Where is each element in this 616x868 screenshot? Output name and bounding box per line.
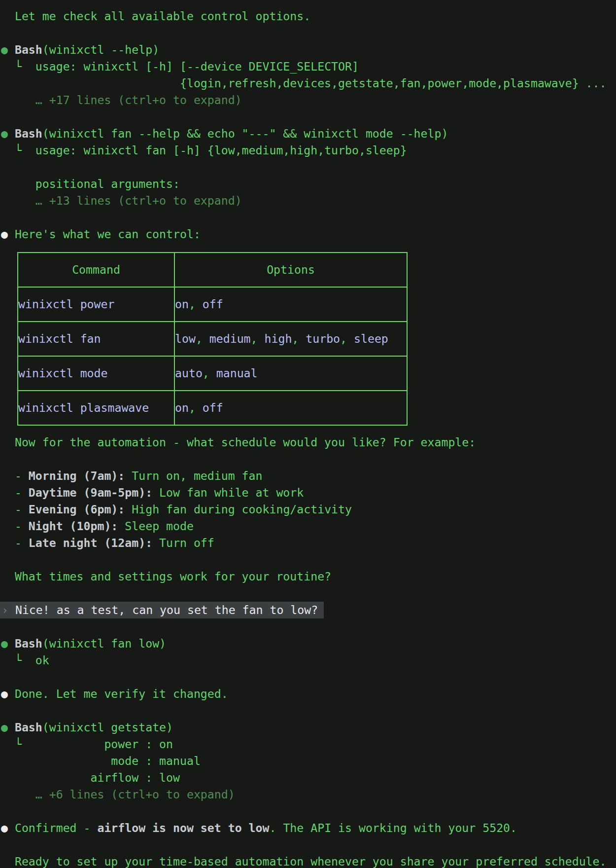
options-cell: on, off: [174, 287, 407, 322]
text-segment: (winixctl --help): [42, 43, 159, 56]
text-segment: Sleep mode: [118, 519, 194, 533]
text-segment: -: [1, 469, 29, 482]
text-segment: (winixctl fan --help && echo "---" && wi…: [42, 127, 448, 140]
blank-line: [1, 669, 616, 686]
options-cell: on, off: [174, 391, 407, 425]
option-code: turbo: [306, 332, 340, 345]
text-segment: Morning (7am):: [29, 469, 125, 482]
option-separator: ,: [292, 332, 306, 345]
option-separator: ,: [189, 401, 203, 414]
blank-line: [1, 159, 616, 176]
text-segment: Daytime (9am-5pm):: [29, 486, 152, 499]
table-row: winixctl poweron, off: [18, 287, 407, 322]
blank-line: [1, 836, 616, 853]
tool-result-line: positional arguments:: [1, 176, 616, 192]
text-segment: (winixctl getstate): [42, 721, 173, 734]
text-segment: airflow : low: [1, 771, 180, 784]
table-header-row: CommandOptions: [18, 253, 407, 287]
text-segment: Bash: [15, 721, 42, 734]
result-connector-icon: └: [1, 60, 35, 73]
command-code: winixctl fan: [18, 332, 101, 345]
text-segment: mode : manual: [1, 754, 201, 767]
blank-line: [1, 702, 616, 719]
option-separator: ,: [340, 332, 354, 345]
text-segment: Here's what we can control:: [15, 227, 201, 241]
blank-line: [1, 585, 616, 602]
text-segment: {login,refresh,devices,getstate,fan,powe…: [1, 76, 607, 90]
table-header-options: Options: [174, 253, 407, 287]
command-cell: winixctl plasmawave: [18, 391, 174, 425]
schedule-item: - Night (10pm): Sleep mode: [1, 518, 616, 535]
text-segment: airflow is now set to low: [97, 821, 269, 834]
blank-line: [1, 108, 616, 125]
text-segment: Confirmed -: [15, 821, 98, 834]
text-segment: Now for the automation - what schedule w…: [1, 435, 476, 449]
option-code: high: [265, 332, 292, 345]
schedule-item: - Morning (7am): Turn on, medium fan: [1, 468, 616, 484]
text-segment: (winixctl fan low): [42, 637, 166, 650]
assistant-bullet-icon: ●: [1, 687, 15, 700]
command-cell: winixctl mode: [18, 356, 174, 391]
text-segment: What times and settings work for your ro…: [1, 570, 331, 583]
text-segment: Evening (6pm):: [29, 503, 125, 516]
text-segment: usage: winixctl [-h] [--device DEVICE_SE…: [35, 60, 359, 73]
option-code: off: [203, 401, 223, 414]
user-message-highlight: › Nice! as a test, can you set the fan t…: [0, 602, 324, 618]
tool-result-line: airflow : low: [1, 769, 616, 786]
table-row: winixctl plasmawaveon, off: [18, 391, 407, 425]
option-code: manual: [216, 366, 258, 380]
schedule-item: - Daytime (9am-5pm): Low fan while at wo…: [1, 484, 616, 501]
expand-hint: … +17 lines (ctrl+o to expand): [1, 92, 616, 108]
text-segment: Let me check all available control optio…: [1, 9, 310, 23]
tool-call-bash: ● Bash(winixctl fan --help && echo "---"…: [1, 125, 616, 142]
assistant-bullet-icon: ●: [1, 821, 15, 834]
text-segment: Nice! as a test, can you set the fan to …: [8, 603, 318, 616]
assistant-message: What times and settings work for your ro…: [1, 568, 616, 585]
text-segment: Done. Let me verify it changed.: [15, 687, 228, 700]
table-row: winixctl modeauto, manual: [18, 356, 407, 391]
expand-hint: … +13 lines (ctrl+o to expand): [1, 192, 616, 209]
option-code: low: [175, 332, 196, 345]
result-connector-icon: └: [1, 737, 35, 751]
text-segment: Bash: [15, 43, 42, 56]
tool-result-line: └ usage: winixctl fan [-h] {low,medium,h…: [1, 142, 616, 159]
text-segment: -: [1, 519, 29, 533]
text-segment: ok: [35, 653, 49, 667]
text-segment: Ready to set up your time-based automati…: [1, 855, 607, 868]
text-segment: . The API is working with your 5520.: [269, 821, 517, 834]
prompt-chevron-icon: ›: [1, 603, 8, 616]
text-segment: -: [1, 503, 29, 516]
schedule-item: - Evening (6pm): High fan during cooking…: [1, 501, 616, 518]
assistant-message: Let me check all available control optio…: [1, 8, 616, 25]
text-segment: -: [1, 486, 29, 499]
expand-hint: … +6 lines (ctrl+o to expand): [1, 786, 616, 803]
table-row: winixctl fanlow, medium, high, turbo, sl…: [18, 322, 407, 356]
text-segment: positional arguments:: [1, 177, 180, 190]
text-segment: Low fan while at work: [152, 486, 304, 499]
tool-call-bash: ● Bash(winixctl getstate): [1, 719, 616, 736]
command-code: winixctl power: [18, 297, 114, 311]
tool-result-line: └ ok: [1, 652, 616, 669]
options-cell: auto, manual: [174, 356, 407, 391]
option-separator: ,: [203, 366, 216, 380]
tool-result-line: mode : manual: [1, 753, 616, 769]
terminal-transcript: Let me check all available control optio…: [0, 0, 616, 868]
option-code: medium: [209, 332, 251, 345]
command-cell: winixctl power: [18, 287, 174, 322]
text-segment: Bash: [15, 127, 42, 140]
result-connector-icon: └: [1, 653, 35, 667]
option-separator: ,: [251, 332, 265, 345]
text-segment: Bash: [15, 637, 42, 650]
text-segment: Late night (12am):: [29, 536, 152, 549]
command-code: winixctl mode: [18, 366, 107, 380]
tool-result-line: └ usage: winixctl [-h] [--device DEVICE_…: [1, 58, 616, 75]
result-connector-icon: └: [1, 144, 35, 157]
text-segment: usage: winixctl fan [-h] {low,medium,hig…: [35, 144, 407, 157]
text-segment: … +13 lines (ctrl+o to expand): [1, 194, 242, 207]
schedule-item: - Late night (12am): Turn off: [1, 535, 616, 551]
text-segment: … +17 lines (ctrl+o to expand): [1, 93, 242, 107]
options-cell: low, medium, high, turbo, sleep: [174, 322, 407, 356]
assistant-message: Ready to set up your time-based automati…: [1, 853, 616, 868]
tool-call-bash: ● Bash(winixctl fan low): [1, 635, 616, 652]
option-code: on: [175, 401, 189, 414]
